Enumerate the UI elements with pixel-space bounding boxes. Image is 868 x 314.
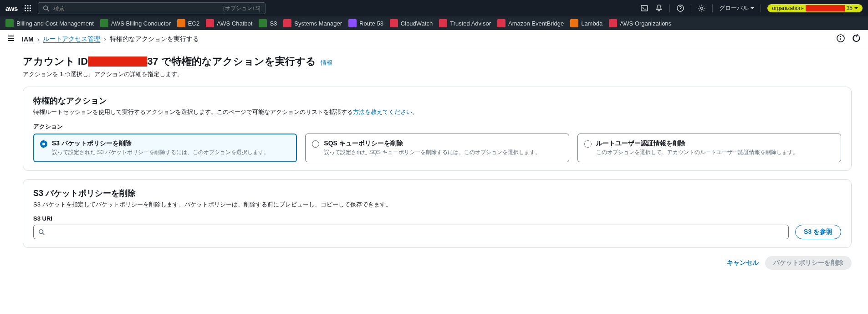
refresh-icon[interactable] xyxy=(852,34,861,44)
service-icon xyxy=(497,19,505,27)
service-shortcut[interactable]: Amazon EventBridge xyxy=(497,19,564,27)
radio-icon xyxy=(40,140,47,148)
service-shortcut[interactable]: Systems Manager xyxy=(283,19,342,27)
settings-icon[interactable] xyxy=(698,4,706,12)
svg-point-13 xyxy=(701,7,703,10)
chevron-down-icon xyxy=(751,6,754,10)
service-label: Route 53 xyxy=(359,20,383,27)
region-selector[interactable]: グローバル xyxy=(719,4,754,12)
service-favorites-bar: Billing and Cost ManagementAWS Billing C… xyxy=(0,16,868,30)
action-option[interactable]: S3 バケットポリシーを削除誤って設定された S3 バケットポリシーを削除するに… xyxy=(33,134,297,162)
svg-rect-0 xyxy=(25,5,26,6)
service-shortcut[interactable]: AWS Billing Conductor xyxy=(100,19,171,27)
cancel-button[interactable]: キャンセル xyxy=(727,259,759,267)
service-shortcut[interactable]: Route 53 xyxy=(348,19,383,27)
radio-icon xyxy=(584,140,592,148)
main-content: アカウント ID 37 で特権的なアクションを実行する 情報 アクションを 1 … xyxy=(0,48,868,279)
service-label: Trusted Advisor xyxy=(450,20,491,27)
action-description: このオプションを選択して、アカウントのルートユーザー認証情報を削除します。 xyxy=(596,149,798,156)
chevron-right-icon: › xyxy=(37,36,40,43)
s3-uri-input[interactable] xyxy=(48,228,784,236)
account-menu[interactable]: organization-35 xyxy=(767,4,863,12)
delete-policy-button: バケットポリシーを削除 xyxy=(765,256,852,270)
service-shortcut[interactable]: AWS Chatbot xyxy=(206,19,252,27)
page-subtitle: アクションを 1 つ選択し、アクションの詳細を指定します。 xyxy=(23,70,852,78)
top-nav: aws [オプション+S] グローバル organization-35 xyxy=(0,0,868,16)
svg-rect-11 xyxy=(641,5,648,11)
svg-line-21 xyxy=(43,233,45,235)
service-shortcut[interactable]: Trusted Advisor xyxy=(439,19,491,27)
panel-title: 特権的なアクション xyxy=(33,95,841,106)
hamburger-icon[interactable] xyxy=(7,35,15,43)
svg-rect-1 xyxy=(27,5,28,6)
service-icon xyxy=(439,19,447,27)
svg-rect-7 xyxy=(27,10,28,11)
action-description: 誤って設定された S3 バケットポリシーを削除するには、このオプションを選択しま… xyxy=(52,149,269,156)
apps-grid-icon[interactable] xyxy=(24,5,31,12)
service-icon xyxy=(177,19,185,27)
svg-point-20 xyxy=(39,230,43,234)
notifications-icon[interactable] xyxy=(655,4,663,12)
svg-rect-4 xyxy=(27,8,28,9)
aws-logo[interactable]: aws xyxy=(5,5,18,12)
svg-point-19 xyxy=(841,36,841,37)
action-title: S3 バケットポリシーを削除 xyxy=(52,139,269,148)
service-icon xyxy=(283,19,291,27)
search-input[interactable] xyxy=(53,5,223,12)
breadcrumb-bar: IAM › ルートアクセス管理 › 特権的なアクションを実行する xyxy=(0,30,868,48)
svg-rect-6 xyxy=(25,10,26,11)
breadcrumb-iam[interactable]: IAM xyxy=(22,36,34,43)
panel-subtitle: 特権ルートセッションを使用して実行するアクションを選択します。このページで可能な… xyxy=(33,108,841,116)
breadcrumb-current: 特権的なアクションを実行する xyxy=(110,35,199,43)
svg-rect-8 xyxy=(30,10,31,11)
service-icon xyxy=(206,19,214,27)
service-shortcut[interactable]: EC2 xyxy=(177,19,199,27)
global-search[interactable]: [オプション+S] xyxy=(38,2,266,14)
action-title: ルートユーザー認証情報を削除 xyxy=(596,139,798,148)
service-label: AWS Organizations xyxy=(620,20,671,27)
action-option[interactable]: ルートユーザー認証情報を削除このオプションを選択して、アカウントのルートユーザー… xyxy=(577,134,841,162)
privileged-actions-panel: 特権的なアクション 特権ルートセッションを使用して実行するアクションを選択します… xyxy=(23,87,852,171)
service-label: Systems Manager xyxy=(294,20,342,27)
service-shortcut[interactable]: AWS Organizations xyxy=(609,19,671,27)
action-description: 誤って設定された SQS キューポリシーを削除するには、このオプションを選択しま… xyxy=(324,149,541,156)
search-icon xyxy=(38,229,45,235)
actions-grid: S3 バケットポリシーを削除誤って設定された S3 バケットポリシーを削除するに… xyxy=(33,134,841,162)
s3-delete-policy-panel: S3 バケットポリシーを削除 S3 バケットを指定してバケットポリシーを削除しま… xyxy=(23,179,852,248)
browse-s3-button[interactable]: S3 を参照 xyxy=(795,225,841,239)
service-label: S3 xyxy=(270,20,277,27)
service-label: CloudWatch xyxy=(401,20,433,27)
svg-point-9 xyxy=(44,6,48,10)
page-title: アカウント ID 37 で特権的なアクションを実行する xyxy=(23,55,316,68)
panel-subtitle: S3 バケットを指定してバケットポリシーを削除します。バケットポリシーは、削除す… xyxy=(33,201,841,209)
service-label: Billing and Cost Management xyxy=(16,20,94,27)
service-shortcut[interactable]: CloudWatch xyxy=(390,19,433,27)
s3-uri-input-wrap[interactable] xyxy=(33,225,789,239)
top-nav-right: グローバル organization-35 xyxy=(640,4,863,12)
radio-icon xyxy=(312,140,319,148)
search-icon xyxy=(43,5,49,11)
help-icon[interactable] xyxy=(676,4,684,12)
service-label: EC2 xyxy=(188,20,199,27)
service-label: AWS Billing Conductor xyxy=(111,20,171,27)
service-label: Amazon EventBridge xyxy=(508,20,564,27)
service-shortcut[interactable]: S3 xyxy=(259,19,277,27)
service-shortcut[interactable]: Billing and Cost Management xyxy=(5,19,94,27)
service-label: AWS Chatbot xyxy=(217,20,252,27)
service-icon xyxy=(609,19,617,27)
info-icon[interactable] xyxy=(836,34,845,44)
footer-actions: キャンセル バケットポリシーを削除 xyxy=(23,256,852,270)
service-icon xyxy=(259,19,267,27)
service-label: Lambda xyxy=(581,20,602,27)
service-icon xyxy=(5,19,14,27)
svg-rect-5 xyxy=(30,8,31,9)
chevron-right-icon: › xyxy=(104,36,106,43)
search-hint: [オプション+S] xyxy=(223,5,260,12)
service-shortcut[interactable]: Lambda xyxy=(570,19,602,27)
info-link[interactable]: 情報 xyxy=(321,59,332,67)
cloudshell-icon[interactable] xyxy=(640,4,648,12)
breadcrumb-root-access[interactable]: ルートアクセス管理 xyxy=(43,35,100,43)
learn-more-link[interactable]: 方法を教えてください xyxy=(353,108,412,115)
action-title: SQS キューポリシーを削除 xyxy=(324,139,541,148)
action-option[interactable]: SQS キューポリシーを削除誤って設定された SQS キューポリシーを削除するに… xyxy=(305,134,569,162)
